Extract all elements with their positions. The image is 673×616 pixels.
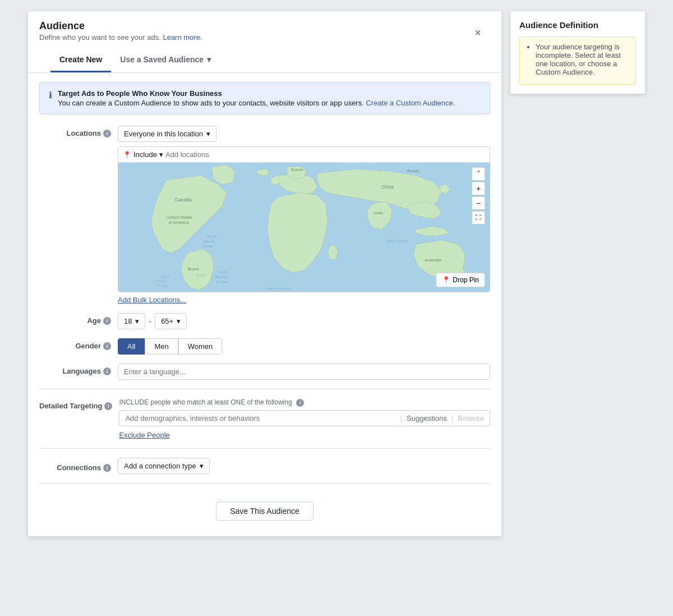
map-fullscreen-button[interactable]: ⛶: [472, 211, 485, 224]
connections-label: Connections i: [39, 460, 118, 472]
svg-text:Brazil: Brazil: [188, 266, 199, 272]
age-info-icon[interactable]: i: [103, 317, 111, 325]
svg-text:South: South: [218, 270, 228, 274]
locations-row: Locations i Everyone in this location ▾ …: [39, 126, 490, 304]
audience-modal: Audience Define who you want to see your…: [28, 11, 501, 536]
svg-text:Indian Ocean: Indian Ocean: [386, 239, 409, 243]
gender-content: All Men Women: [118, 338, 490, 355]
detailed-targeting-label: Detailed Targeting i: [39, 398, 119, 410]
map-zoom-out-button[interactable]: −: [472, 196, 485, 210]
info-banner: ℹ Target Ads to People Who Know Your Bus…: [39, 82, 490, 114]
connections-dropdown[interactable]: Add a connection type ▾: [118, 458, 210, 474]
age-content: 18 ▾ - 65+ ▾: [118, 313, 490, 329]
world-map: Canada United States of America Brazil C…: [118, 163, 490, 292]
pipe-separator-2: |: [451, 414, 453, 422]
chevron-down-icon: ▾: [135, 317, 139, 325]
connections-info-icon[interactable]: i: [103, 464, 111, 472]
detailed-targeting-info-icon[interactable]: i: [104, 402, 112, 410]
detailed-targeting-content: INCLUDE people who match at least ONE of…: [119, 398, 490, 439]
svg-text:Australia: Australia: [425, 258, 442, 263]
audience-warning: Your audience targeting is incomplete. S…: [519, 36, 636, 85]
close-button[interactable]: ×: [474, 27, 481, 38]
svg-text:Southern Ocean: Southern Ocean: [265, 286, 291, 290]
locations-dropdown[interactable]: Everyone in this location ▾: [118, 126, 216, 142]
svg-text:China: China: [381, 184, 394, 190]
save-audience-button[interactable]: Save This Audience: [216, 502, 314, 521]
modal-title: Audience: [39, 20, 473, 32]
add-locations-input[interactable]: [165, 150, 485, 159]
divider-1: [39, 389, 490, 389]
svg-text:Ocean: Ocean: [202, 244, 213, 248]
languages-content: [118, 364, 490, 380]
chevron-down-icon: ▾: [206, 130, 210, 138]
gender-button-group: All Men Women: [118, 338, 490, 355]
gender-row: Gender i All Men Women: [39, 338, 490, 355]
info-icon: ℹ: [49, 90, 52, 107]
gender-label: Gender i: [39, 338, 118, 350]
audience-definition-card: Audience Definition Your audience target…: [510, 11, 645, 94]
tab-saved-audience[interactable]: Use a Saved Audience ▾: [111, 48, 220, 72]
map-zoom-in-button[interactable]: +: [472, 182, 485, 195]
divider-2: [39, 448, 490, 449]
chevron-down-icon: ▾: [177, 317, 181, 325]
languages-row: Languages i: [39, 364, 490, 380]
gender-women-button[interactable]: Women: [178, 338, 223, 355]
age-range: 18 ▾ - 65+ ▾: [118, 313, 490, 329]
languages-label: Languages i: [39, 364, 118, 375]
age-max-dropdown[interactable]: 65+ ▾: [155, 313, 187, 329]
gender-men-button[interactable]: Men: [145, 338, 178, 355]
pin-icon: 📍: [123, 151, 131, 159]
pin-icon: 📍: [442, 276, 450, 284]
svg-text:India: India: [374, 210, 383, 215]
create-custom-audience-link[interactable]: Create a Custom Audience.: [366, 99, 455, 107]
svg-text:United States: United States: [167, 215, 192, 220]
location-box: 📍 Include ▾: [118, 146, 490, 292]
age-row: Age i 18 ▾ - 65+ ▾: [39, 313, 490, 329]
tab-create-new[interactable]: Create New: [50, 48, 111, 72]
tab-bar: Create New Use a Saved Audience ▾: [39, 48, 490, 72]
locations-label: Locations i: [39, 126, 118, 137]
locations-content: Everyone in this location ▾ 📍 Include ▾: [118, 126, 490, 304]
svg-text:Atlantic: Atlantic: [203, 240, 216, 243]
include-button[interactable]: Include ▾: [133, 150, 163, 159]
connections-content: Add a connection type ▾: [118, 458, 490, 474]
detailed-targeting-row: Detailed Targeting i INCLUDE people who …: [39, 398, 490, 439]
modal-body: ℹ Target Ads to People Who Know Your Bus…: [28, 73, 501, 536]
svg-text:North: North: [208, 235, 217, 238]
drop-pin-button[interactable]: 📍 Drop Pin: [436, 273, 485, 287]
svg-text:Ocean: Ocean: [157, 283, 168, 287]
exclude-people-link[interactable]: Exclude People: [119, 431, 169, 439]
chevron-down-icon: ▾: [207, 55, 211, 64]
map-controls: ˄ + − ⛶: [472, 167, 485, 224]
modal-header: Audience Define who you want to see your…: [28, 11, 501, 73]
detailed-targeting-input-row: | Suggestions | Browse: [119, 410, 490, 426]
chevron-down-icon: ▾: [200, 462, 204, 470]
svg-text:Russia: Russia: [291, 168, 303, 172]
languages-info-icon[interactable]: i: [103, 367, 111, 375]
languages-input[interactable]: [118, 364, 490, 380]
pipe-separator: |: [400, 414, 402, 422]
map-scroll-up-button[interactable]: ˄: [472, 167, 485, 181]
detailed-targeting-input[interactable]: [125, 414, 395, 422]
audience-definition-title: Audience Definition: [519, 20, 636, 30]
gender-info-icon[interactable]: i: [103, 342, 111, 350]
detailed-targeting-description: INCLUDE people who match at least ONE of…: [119, 398, 490, 407]
divider-3: [39, 483, 490, 484]
add-bulk-locations-link[interactable]: Add Bulk Locations...: [118, 296, 186, 304]
svg-text:Canada: Canada: [175, 197, 192, 203]
age-label: Age i: [39, 313, 118, 325]
gender-all-button[interactable]: All: [118, 338, 145, 355]
chevron-down-icon: ▾: [159, 150, 163, 159]
age-min-dropdown[interactable]: 18 ▾: [118, 313, 145, 329]
learn-more-link[interactable]: Learn more.: [163, 33, 202, 42]
locations-info-icon[interactable]: i: [103, 130, 111, 137]
svg-text:South: South: [161, 274, 170, 278]
browse-link[interactable]: Browse: [458, 414, 484, 422]
svg-text:Ocean: Ocean: [216, 280, 228, 284]
svg-text:South: South: [196, 273, 206, 277]
svg-text:Pacific: Pacific: [156, 279, 166, 283]
svg-text:Russia: Russia: [407, 169, 419, 173]
svg-text:Atlantic: Atlantic: [215, 275, 228, 279]
right-panel: Audience Definition Your audience target…: [510, 11, 645, 94]
detailed-desc-info-icon[interactable]: i: [296, 399, 304, 407]
